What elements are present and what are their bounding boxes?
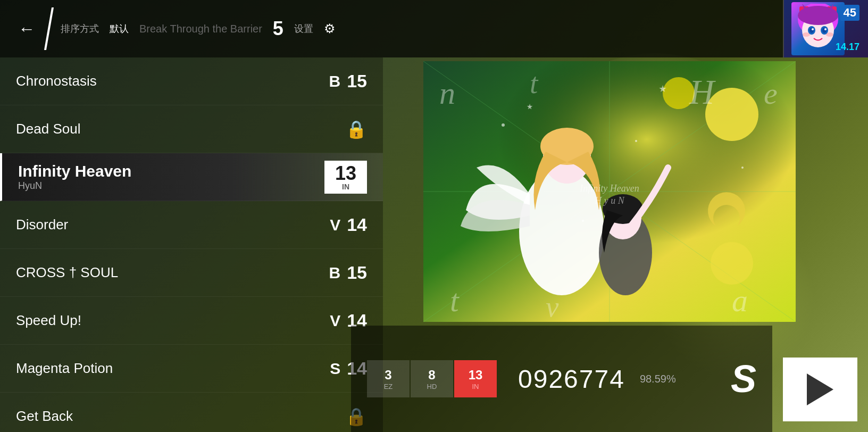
song-item-0[interactable]: ChronostasisB15	[0, 57, 383, 105]
song-item-6[interactable]: Magenta PotionS14	[0, 345, 383, 393]
svg-point-13	[803, 32, 810, 37]
album-area: n t H e t v a Infinity Heaven H y u N	[351, 57, 868, 326]
diff-letter-4: B	[329, 264, 341, 282]
song-title-6: Magenta Potion	[16, 360, 330, 377]
diff-tab-num-2: 13	[469, 368, 483, 383]
svg-point-12	[824, 28, 827, 30]
sort-label: 排序方式	[61, 22, 99, 35]
diff-tab-num-0: 3	[385, 368, 391, 383]
difficulty-tabs: 3EZ8HD13IN	[367, 360, 497, 397]
play-icon	[807, 373, 833, 405]
diff-tab-ez[interactable]: 3EZ	[367, 360, 410, 397]
svg-text:n: n	[439, 76, 455, 111]
svg-point-14	[826, 32, 833, 37]
divider	[44, 7, 54, 50]
song-item-7[interactable]: Get Back🔒	[0, 393, 383, 432]
svg-text:Infinity Heaven: Infinity Heaven	[579, 183, 639, 194]
settings-label: 设置	[294, 22, 313, 35]
score-number: 0926774	[518, 364, 625, 394]
diff-num-4: 15	[347, 262, 367, 283]
song-artist-2: HyuN	[18, 180, 324, 192]
song-item-1[interactable]: Dead Soul🔒	[0, 105, 383, 153]
diff-tab-label-1: HD	[427, 383, 437, 391]
diff-letter-6: S	[330, 360, 340, 378]
album-art: n t H e t v a Infinity Heaven H y u N	[423, 61, 796, 322]
song-title-4: CROSS † SOUL	[16, 264, 329, 281]
song-title-2: Infinity Heaven	[18, 162, 131, 180]
diff-tab-label-0: EZ	[384, 383, 393, 391]
song-title-1: Dead Soul	[16, 121, 346, 137]
diff-letter-3: V	[330, 216, 340, 234]
diff-num-0: 15	[347, 71, 367, 92]
svg-point-11	[812, 28, 814, 30]
song-title-3: Disorder	[16, 217, 330, 233]
song-hint: Break Through the Barrier	[139, 23, 262, 35]
score-area: 3EZ8HD13IN 0926774 98.59% S	[351, 326, 772, 432]
score-percent: 98.59%	[640, 373, 676, 385]
diff-letter-0: B	[329, 72, 341, 90]
diff-tab-in[interactable]: 13IN	[454, 360, 497, 397]
rating-badge: 14.17	[836, 41, 859, 53]
diff-badge-4: B15	[329, 262, 368, 283]
diff-box-2: 13IN	[324, 161, 367, 194]
svg-text:H y u N: H y u N	[594, 195, 624, 206]
svg-text:a: a	[732, 283, 748, 318]
settings-icon[interactable]: ⚙	[324, 21, 336, 36]
back-button[interactable]: ←	[11, 13, 43, 45]
diff-tab-label-2: IN	[472, 383, 479, 391]
diff-tab-num-1: 8	[428, 368, 435, 383]
svg-point-28	[635, 140, 637, 142]
svg-text:t: t	[530, 67, 539, 99]
level-badge: 45	[840, 5, 859, 21]
song-item-5[interactable]: Speed Up!V14	[0, 297, 383, 345]
lock-icon-1: 🔒	[346, 119, 367, 139]
svg-text:t: t	[450, 283, 460, 318]
score-rank: S	[731, 357, 756, 401]
sort-value[interactable]: 默认	[110, 22, 129, 35]
diff-letter-5: V	[330, 312, 340, 330]
diff-tab-hd[interactable]: 8HD	[411, 360, 453, 397]
svg-text:e: e	[764, 76, 778, 111]
svg-text:H: H	[689, 73, 716, 111]
avatar-area: 45 14.17	[783, 0, 868, 57]
song-title-5: Speed Up!	[16, 312, 330, 329]
song-item-3[interactable]: DisorderV14	[0, 201, 383, 249]
diff-badge-0: B15	[329, 71, 368, 92]
song-item-4[interactable]: CROSS † SOULB15	[0, 249, 383, 297]
top-bar-controls: 排序方式 默认 Break Through the Barrier 5 设置 ⚙	[61, 18, 336, 40]
svg-point-23	[711, 242, 753, 285]
top-bar: ← 排序方式 默认 Break Through the Barrier 5 设置…	[0, 0, 868, 57]
song-title-0: Chronostasis	[16, 73, 329, 89]
song-item-2[interactable]: Infinity HeavenHyuN13IN	[0, 153, 383, 201]
filter-count: 5	[273, 18, 283, 40]
diff-num-3: 14	[347, 214, 367, 235]
song-title-7: Get Back	[16, 408, 346, 425]
svg-text:v: v	[546, 290, 559, 322]
song-list: ChronostasisB15Dead Soul🔒Infinity Heaven…	[0, 57, 383, 432]
svg-point-4	[798, 6, 838, 25]
svg-point-26	[502, 123, 505, 127]
play-button[interactable]	[783, 358, 857, 421]
svg-point-27	[741, 167, 744, 169]
diff-badge-3: V14	[330, 214, 367, 235]
